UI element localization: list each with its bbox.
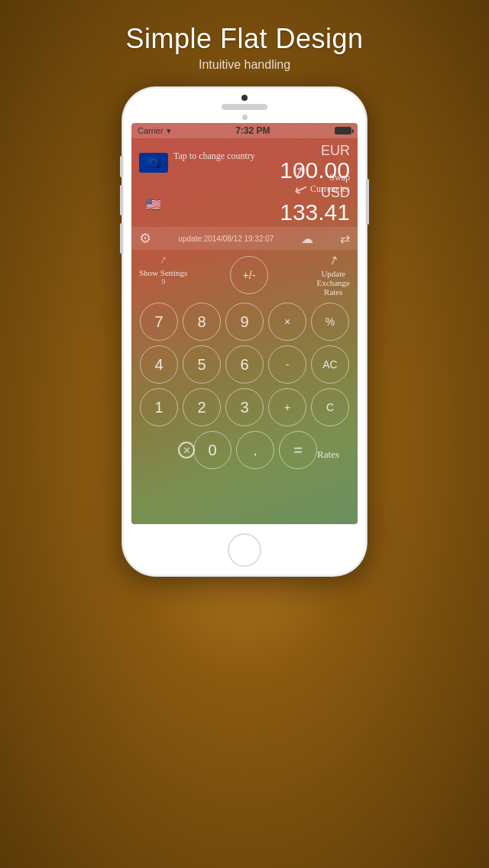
key-ac[interactable]: AC [311, 345, 349, 384]
shuffle-icon[interactable]: ⇄ [340, 232, 350, 246]
plus-minus-button[interactable]: +/- [230, 256, 268, 294]
phone-top [122, 87, 367, 123]
carrier-label: Carrier ▾ [138, 126, 171, 136]
zero-key-container: ✕ 0 [172, 431, 232, 469]
status-bar: Carrier ▾ 7:32 PM [131, 123, 358, 138]
key-row-2: 4 5 6 - AC [138, 345, 351, 384]
show-settings-num: 9 [161, 277, 165, 286]
show-settings-hint: ↑ Show Settings 9 [139, 253, 187, 296]
key-4[interactable]: 4 [140, 345, 178, 384]
from-currency-value: 100.00 [176, 159, 350, 182]
key-c[interactable]: C [311, 388, 349, 426]
from-currency-code: EUR [176, 143, 350, 159]
mute-button [120, 156, 123, 177]
key-0[interactable]: 0 [193, 431, 232, 469]
status-icons [335, 127, 351, 134]
update-exchange-label: UpdateExchangeRates [317, 269, 350, 296]
key-6[interactable]: 6 [225, 345, 264, 384]
subtitle: Intuitive handling [125, 58, 363, 72]
phone-bottom [122, 524, 367, 576]
arrow-up-icon: ↑ [157, 252, 170, 267]
keypad: 7 8 9 × % 4 5 6 - AC 1 2 3 + C [131, 298, 358, 474]
key-8[interactable]: 8 [183, 303, 221, 341]
clock: 7:32 PM [235, 125, 270, 136]
key-2[interactable]: 2 [183, 388, 221, 426]
wifi-icon: ▾ [167, 126, 171, 136]
key-5[interactable]: 5 [183, 345, 221, 384]
sensor-row [242, 115, 248, 120]
key-row-3: 1 2 3 + C [138, 388, 351, 426]
annotation-row: ↑ Show Settings 9 +/- ↗ UpdateExchangeRa… [131, 251, 358, 298]
app-header: Simple Flat Design Intuitive handling [125, 0, 363, 72]
key-9[interactable]: 9 [225, 303, 264, 341]
show-settings-label: Show Settings [139, 268, 187, 277]
key-minus[interactable]: - [268, 345, 306, 384]
phone-frame: Carrier ▾ 7:32 PM 🇪🇺 EUR 100.00 [122, 87, 367, 576]
to-currency-value: 133.41 [176, 201, 350, 224]
gear-icon[interactable]: ⚙ [139, 230, 151, 247]
battery-fill [335, 128, 351, 134]
update-exchange-hint: ↗ UpdateExchangeRates [317, 253, 350, 296]
from-currency-row[interactable]: 🇪🇺 EUR 100.00 [139, 143, 350, 182]
key-equals[interactable]: = [279, 431, 317, 469]
phone-screen: Carrier ▾ 7:32 PM 🇪🇺 EUR 100.00 [131, 123, 358, 524]
sensor-dot [242, 115, 248, 120]
key-7[interactable]: 7 [140, 303, 178, 341]
key-row-1: 7 8 9 × % [138, 303, 351, 341]
volume-up-button [120, 185, 123, 215]
special-key-row: +/- [230, 253, 268, 296]
us-flag: 🇺🇸 [139, 195, 168, 215]
rates-label: Rates [317, 449, 339, 462]
arrow-cloud-icon: ↗ [326, 251, 341, 268]
update-text: update:2014/08/12 19:32:07 [178, 235, 274, 243]
key-percent[interactable]: % [311, 303, 349, 341]
carrier-text: Carrier [138, 126, 164, 135]
power-button [366, 179, 369, 225]
to-currency-row[interactable]: 🇺🇸 USD 133.41 [139, 185, 350, 224]
home-button[interactable] [228, 533, 261, 567]
key-1[interactable]: 1 [140, 388, 178, 426]
to-currency-code: USD [176, 185, 350, 201]
battery-icon [335, 127, 351, 134]
front-camera [241, 95, 248, 101]
main-title: Simple Flat Design [125, 23, 363, 55]
key-plus[interactable]: + [268, 388, 306, 426]
key-dot[interactable]: . [236, 431, 274, 469]
cloud-icon[interactable]: ☁ [301, 232, 313, 246]
eu-flag: 🇪🇺 [139, 153, 168, 173]
volume-down-button [120, 223, 123, 254]
close-button[interactable]: ✕ [178, 442, 195, 458]
key-3[interactable]: 3 [225, 388, 264, 426]
update-row: ⚙ update:2014/08/12 19:32:07 ☁ ⇄ [131, 227, 358, 250]
earpiece [222, 104, 267, 110]
key-multiply[interactable]: × [268, 303, 306, 341]
